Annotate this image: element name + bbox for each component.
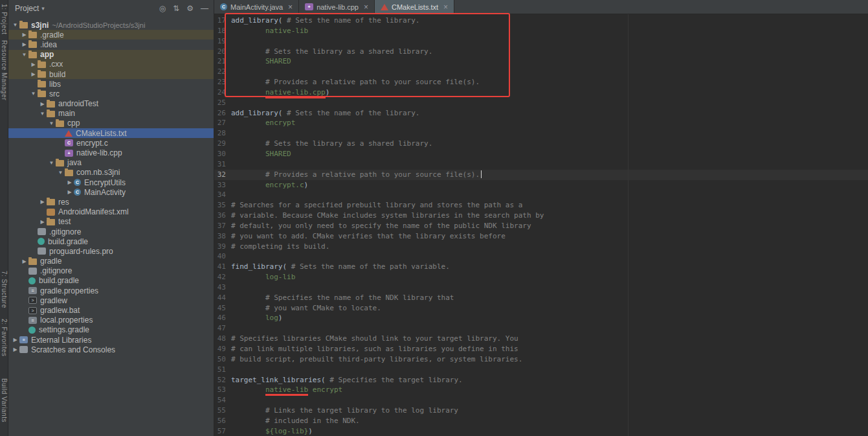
line-number[interactable]: 27 <box>214 118 231 128</box>
tree-item[interactable]: ▶test <box>8 217 214 227</box>
tree-item[interactable]: AndroidManifest.xml <box>8 207 214 217</box>
line-number[interactable]: 48 <box>214 334 231 344</box>
code-line[interactable]: 40 <box>214 251 868 262</box>
tree-item[interactable]: build.gradle <box>8 236 214 246</box>
line-number[interactable]: 41 <box>214 262 231 272</box>
tree-item[interactable]: ▶.cxx <box>8 60 214 69</box>
line-number[interactable]: 53 <box>214 385 231 395</box>
tree-item[interactable]: ▶gradle <box>8 257 214 266</box>
code-line[interactable]: 53 native-lib encrypt <box>214 385 868 395</box>
tree-item[interactable]: ▼java <box>8 158 214 168</box>
code-line[interactable]: 19 <box>214 36 868 47</box>
code-line[interactable]: 52target_link_libraries( # Specifies the… <box>214 375 868 385</box>
chevron-right-icon[interactable]: ▶ <box>20 32 28 38</box>
code-line[interactable]: 26add_library( # Sets the name of the li… <box>214 108 868 119</box>
line-number[interactable]: 56 <box>214 416 231 426</box>
stripe-button[interactable]: 1: Project <box>1 4 8 34</box>
chevron-right-icon[interactable]: ▶ <box>38 219 47 225</box>
line-number[interactable]: 33 <box>214 180 231 190</box>
code-line[interactable]: 43 <box>214 282 868 293</box>
code-line[interactable]: 51 <box>214 365 868 375</box>
tree-item[interactable]: ▶MainActivity <box>8 187 214 197</box>
chevron-right-icon[interactable]: ▶ <box>20 258 28 264</box>
editor-tab[interactable]: CMakeLists.txt× <box>375 0 454 14</box>
chevron-right-icon[interactable]: ▶ <box>29 71 38 77</box>
code-line[interactable]: 18 native-lib <box>214 26 868 36</box>
code-line[interactable]: 42 log-lib <box>214 272 868 282</box>
code-line[interactable]: 34 <box>214 190 868 200</box>
code-editor[interactable]: 17add_library( # Sets the name of the li… <box>214 14 868 436</box>
line-number[interactable]: 42 <box>214 272 231 282</box>
code-line[interactable]: 36# variable. Because CMake includes sys… <box>214 211 868 221</box>
chevron-down-icon[interactable]: ▼ <box>20 52 28 58</box>
tree-item[interactable]: gradlew.bat <box>8 305 214 315</box>
line-number[interactable]: 52 <box>214 375 231 385</box>
tree-item[interactable]: ▼com.nb.s3jni <box>8 168 214 178</box>
tree-item[interactable]: native-lib.cpp <box>8 148 214 157</box>
tree-item[interactable]: .gitignore <box>8 227 214 236</box>
code-line[interactable]: 38# you want to add. CMake verifies that… <box>214 231 868 242</box>
chevron-right-icon[interactable]: ▶ <box>65 189 74 195</box>
tree-item[interactable]: proguard-rules.pro <box>8 246 214 256</box>
line-number[interactable]: 51 <box>214 365 231 375</box>
tree-item[interactable]: settings.gradle <box>8 325 214 335</box>
stripe-button[interactable]: Build Variants <box>1 378 8 422</box>
line-number[interactable]: 29 <box>214 139 231 149</box>
close-icon[interactable]: × <box>288 3 293 11</box>
tree-item[interactable]: local.properties <box>8 316 214 325</box>
line-number[interactable]: 40 <box>214 251 231 262</box>
code-line[interactable]: 44 # Specifies the name of the NDK libra… <box>214 293 868 303</box>
code-line[interactable]: 30 SHARED <box>214 149 868 159</box>
code-line[interactable]: 41find_library( # Sets the name of the p… <box>214 262 868 272</box>
code-line[interactable]: 45 # you want CMake to locate. <box>214 303 868 314</box>
line-number[interactable]: 57 <box>214 426 231 436</box>
code-line[interactable]: 23 # Provides a relative path to your so… <box>214 77 868 87</box>
line-number[interactable]: 31 <box>214 159 231 170</box>
tree-item[interactable]: ▶.gradle <box>8 30 214 40</box>
stripe-button[interactable]: 2: Favorites <box>1 319 8 356</box>
line-number[interactable]: 54 <box>214 395 231 406</box>
tree-item[interactable]: ▶Scratches and Consoles <box>8 345 214 354</box>
line-number[interactable]: 43 <box>214 282 231 293</box>
chevron-right-icon[interactable]: ▶ <box>38 199 47 205</box>
code-line[interactable]: 22 <box>214 67 868 77</box>
settings-gear-icon[interactable]: ⚙ <box>186 4 194 13</box>
code-line[interactable]: 28 <box>214 128 868 139</box>
code-line[interactable]: 46 log) <box>214 313 868 323</box>
code-line[interactable]: 32 # Provides a relative path to your so… <box>214 170 868 180</box>
close-icon[interactable]: × <box>364 3 368 11</box>
tree-item[interactable]: .gitignore <box>8 266 214 276</box>
tree-item[interactable]: gradlew <box>8 295 214 305</box>
chevron-right-icon[interactable]: ▶ <box>65 179 74 185</box>
tree-item[interactable]: ▶External Libraries <box>8 335 214 345</box>
line-number[interactable]: 35 <box>214 200 231 211</box>
hide-panel-icon[interactable]: ― <box>201 4 208 13</box>
line-number[interactable]: 26 <box>214 108 231 119</box>
line-number[interactable]: 44 <box>214 293 231 303</box>
tree-item[interactable]: build.gradle <box>8 276 214 286</box>
code-line[interactable]: 20 # Sets the library as a shared librar… <box>214 47 868 57</box>
code-line[interactable]: 33 encrypt.c) <box>214 180 868 190</box>
collapse-all-icon[interactable]: ⇅ <box>173 4 179 13</box>
chevron-right-icon[interactable]: ▶ <box>29 62 38 67</box>
line-number[interactable]: 55 <box>214 406 231 416</box>
tree-item[interactable]: gradle.properties <box>8 286 214 295</box>
tree-item[interactable]: ▼src <box>8 89 214 98</box>
line-number[interactable]: 30 <box>214 149 231 159</box>
chevron-right-icon[interactable]: ▶ <box>20 41 28 47</box>
code-line[interactable]: 27 encrypt <box>214 118 868 128</box>
line-number[interactable]: 39 <box>214 242 231 252</box>
chevron-right-icon[interactable]: ▶ <box>11 347 19 352</box>
chevron-down-icon[interactable]: ▼ <box>47 160 56 166</box>
line-number[interactable]: 20 <box>214 47 231 57</box>
code-line[interactable]: 49# can link multiple libraries, such as… <box>214 344 868 354</box>
code-line[interactable]: 48# Specifies libraries CMake should lin… <box>214 334 868 344</box>
project-view-dropdown[interactable]: Project ▾ <box>15 4 45 13</box>
code-line[interactable]: 25 <box>214 98 868 108</box>
tree-item[interactable]: encrypt.c <box>8 138 214 148</box>
code-line[interactable]: 17add_library( # Sets the name of the li… <box>214 16 868 26</box>
close-icon[interactable]: × <box>443 3 448 11</box>
line-number[interactable]: 19 <box>214 36 231 47</box>
tree-item[interactable]: ▶.idea <box>8 40 214 49</box>
stripe-button[interactable]: 7: Structure <box>1 271 8 308</box>
